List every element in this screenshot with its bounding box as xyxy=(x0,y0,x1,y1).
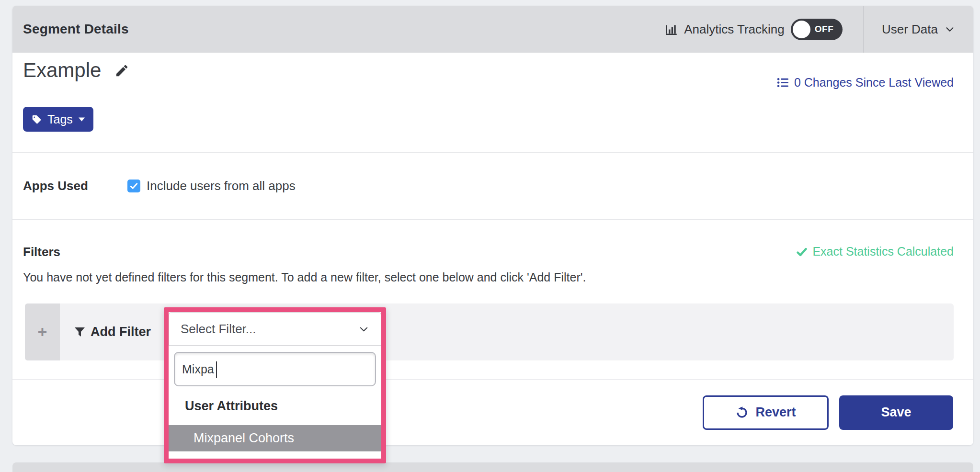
filter-funnel-icon xyxy=(74,326,85,337)
filter-select-highlight-box: Select Filter... User Attributes Mixpane… xyxy=(164,307,386,463)
filter-select-control[interactable]: Select Filter... xyxy=(169,312,381,346)
filters-title: Filters xyxy=(23,245,60,259)
checkbox-checked-icon[interactable] xyxy=(127,180,140,192)
card-header: Segment Details Analytics Tracking OFF U… xyxy=(12,6,973,53)
filters-section: Filters Exact Statistics Calculated You … xyxy=(12,219,973,379)
toggle-state-label: OFF xyxy=(815,24,834,34)
apps-used-label: Apps Used xyxy=(23,179,127,193)
revert-button-label: Revert xyxy=(755,405,796,420)
caret-down-icon xyxy=(79,117,85,122)
tags-button[interactable]: Tags xyxy=(23,107,93,132)
changes-since-last-viewed-link[interactable]: 0 Changes Since Last Viewed xyxy=(777,76,954,90)
analytics-tracking-label: Analytics Tracking xyxy=(684,22,785,37)
edit-pencil-icon[interactable] xyxy=(114,63,129,78)
save-button[interactable]: Save xyxy=(839,395,953,430)
filters-description: You have not yet defined filters for thi… xyxy=(23,270,586,284)
exact-statistics-status: Exact Statistics Calculated xyxy=(796,245,954,258)
change-list-icon xyxy=(777,77,789,89)
filter-search-input[interactable] xyxy=(182,362,326,376)
analytics-tracking-toggle[interactable]: OFF xyxy=(791,19,843,40)
revert-undo-icon xyxy=(735,406,749,419)
add-filter-label: Add Filter xyxy=(91,325,151,339)
analytics-tracking-section: Analytics Tracking OFF xyxy=(644,6,863,53)
exact-statistics-label: Exact Statistics Calculated xyxy=(812,245,954,258)
actions-section: Revert Save xyxy=(12,379,973,445)
filter-search-box[interactable] xyxy=(174,352,376,386)
save-button-label: Save xyxy=(881,405,911,420)
tags-button-label: Tags xyxy=(47,112,73,126)
toggle-knob xyxy=(793,21,810,38)
add-filter-plus-button[interactable]: + xyxy=(25,303,60,360)
segment-name-section: Example Tags 0 Changes Since Last Viewed xyxy=(12,53,973,152)
filter-dropdown-panel: User Attributes Mixpanel Cohorts xyxy=(169,352,381,451)
revert-button[interactable]: Revert xyxy=(703,395,829,430)
check-icon xyxy=(796,246,808,258)
page-title: Segment Details xyxy=(12,22,129,37)
segment-details-page: Segment Details Analytics Tracking OFF U… xyxy=(0,0,980,472)
segment-details-card: Segment Details Analytics Tracking OFF U… xyxy=(12,6,973,445)
text-cursor xyxy=(216,361,217,378)
filter-select-value: Select Filter... xyxy=(181,322,256,337)
segment-name: Example xyxy=(23,57,101,83)
user-data-dropdown[interactable]: User Data xyxy=(863,6,973,53)
dropdown-group-header: User Attributes xyxy=(185,399,381,414)
chevron-down-icon xyxy=(358,324,369,335)
add-filter-label-group: Add Filter xyxy=(74,325,151,339)
bar-chart-icon xyxy=(665,23,678,36)
apps-used-section: Apps Used Include users from all apps xyxy=(12,152,973,219)
chevron-down-icon xyxy=(945,24,955,34)
include-all-apps-checkbox-row[interactable]: Include users from all apps xyxy=(127,179,296,193)
include-all-apps-label: Include users from all apps xyxy=(147,179,296,193)
changes-link-label: 0 Changes Since Last Viewed xyxy=(794,76,954,90)
next-card-header-strip xyxy=(12,462,973,472)
user-data-label: User Data xyxy=(882,22,938,37)
dropdown-option-mixpanel-cohorts[interactable]: Mixpanel Cohorts xyxy=(169,425,381,451)
tag-icon xyxy=(32,114,42,124)
